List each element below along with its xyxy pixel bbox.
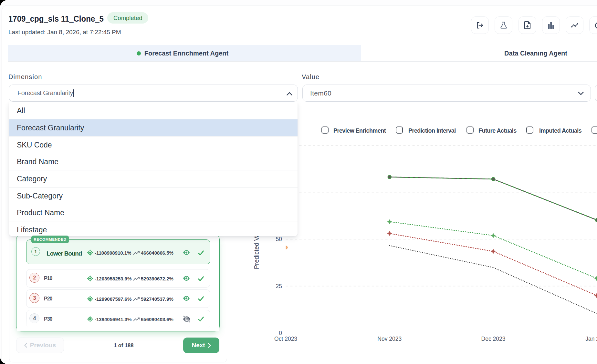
- svg-text:50: 50: [276, 236, 282, 242]
- svg-text:0: 0: [279, 330, 282, 336]
- svg-text:Nov 2023: Nov 2023: [377, 336, 402, 342]
- svg-text:Dec 2023: Dec 2023: [481, 336, 506, 342]
- svg-text:Oct 2023: Oct 2023: [274, 336, 297, 342]
- svg-text:Jan 2024: Jan 2024: [585, 336, 597, 342]
- svg-text:25: 25: [276, 283, 282, 289]
